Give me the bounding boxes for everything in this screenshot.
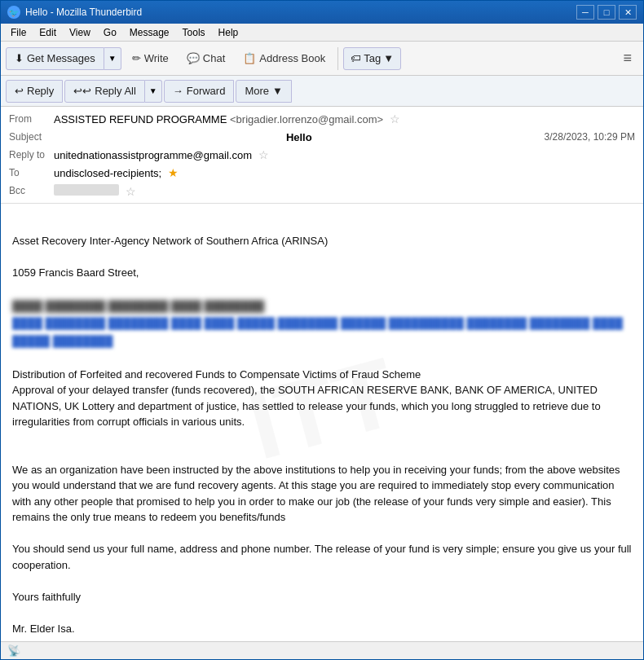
body-blank-2 [12, 280, 632, 297]
from-row: From ASSISTED REFUND PROGRAMME <brigadie… [9, 110, 635, 128]
minimize-button[interactable]: ─ [576, 5, 594, 20]
status-bar: 📡 [1, 641, 643, 659]
to-star-icon[interactable]: ★ [168, 166, 179, 179]
blurred-line-2: ████ ████████ ████████ ████ ████ █████ █… [12, 315, 632, 332]
reply-to-row: Reply to unitednationassistprogramme@gma… [9, 146, 635, 164]
reply-to-label: Reply to [9, 149, 54, 161]
toolbar-separator [337, 47, 338, 70]
window-controls: ─ □ ✕ [576, 5, 637, 20]
main-window: 🐦 Hello - Mozilla Thunderbird ─ □ ✕ File… [0, 0, 644, 660]
email-date: 3/28/2023, 10:29 PM [545, 131, 635, 143]
forward-icon: → [173, 85, 183, 97]
action-bar: ↩ Reply ↩↩ Reply All ▼ → Forward More ▼ [1, 76, 643, 107]
subject-value: Hello [286, 131, 312, 143]
menu-view[interactable]: View [63, 25, 97, 40]
body-approval: Approval of your delayed transfer (funds… [12, 382, 632, 430]
menu-bar: File Edit View Go Message Tools Help [1, 24, 643, 42]
window-title: Hello - Mozilla Thunderbird [25, 7, 142, 18]
write-icon: ✏ [132, 52, 141, 64]
forward-button[interactable]: → Forward [164, 80, 235, 103]
more-group: More ▼ [236, 80, 292, 103]
reply-all-button[interactable]: ↩↩ Reply All [64, 80, 145, 103]
menu-message[interactable]: Message [123, 25, 176, 40]
maximize-button[interactable]: □ [598, 5, 615, 20]
bcc-value: ☆ [54, 184, 635, 198]
tag-label: Tag [364, 52, 381, 64]
reply-all-icon: ↩↩ [73, 85, 91, 97]
body-send-info: You should send us your full name, addre… [12, 541, 632, 573]
reply-all-label: Reply All [95, 85, 136, 97]
bcc-label: Bcc [9, 185, 54, 196]
hamburger-menu-button[interactable]: ≡ [616, 46, 638, 70]
body-signature: Mr. Elder Isa. [12, 621, 632, 637]
email-body[interactable]: ITT Asset Recovery Inter-Agency Network … [1, 204, 643, 641]
menu-go[interactable]: Go [97, 25, 123, 40]
body-blank-6 [12, 526, 632, 542]
main-toolbar: ⬇ Get Messages ▼ ✏ Write 💬 Chat 📋 Addres… [1, 42, 643, 76]
address-book-label: Address Book [259, 52, 325, 64]
body-address: 1059 Francis Baard Street, [12, 265, 632, 281]
body-blank-3 [12, 350, 632, 367]
from-label: From [9, 113, 54, 125]
address-book-icon: 📋 [243, 52, 256, 64]
to-value: undisclosed-recipients; ★ [54, 166, 635, 179]
chat-label: Chat [203, 52, 225, 64]
bcc-star-icon[interactable]: ☆ [126, 185, 136, 198]
bcc-row: Bcc ☆ [9, 182, 635, 200]
write-label: Write [144, 52, 169, 64]
body-yours: Yours faithfully [12, 589, 632, 605]
email-body-content: Asset Recovery Inter-Agency Network of S… [12, 217, 632, 636]
body-blank-4 [12, 430, 632, 447]
forward-group: → Forward [164, 80, 235, 103]
menu-file[interactable]: File [4, 25, 33, 40]
get-messages-dropdown[interactable]: ▼ [104, 47, 121, 70]
title-bar-left: 🐦 Hello - Mozilla Thunderbird [7, 6, 142, 19]
menu-help[interactable]: Help [212, 25, 245, 40]
get-messages-label: Get Messages [27, 52, 95, 64]
email-headers: From ASSISTED REFUND PROGRAMME <brigadie… [1, 107, 643, 204]
blurred-line-3: █████ ████████ [12, 333, 632, 350]
reply-all-dropdown[interactable]: ▼ [145, 80, 162, 103]
menu-edit[interactable]: Edit [33, 25, 63, 40]
reply-button[interactable]: ↩ Reply [6, 80, 63, 103]
tag-group: 🏷 Tag ▼ [343, 47, 401, 70]
get-messages-icon: ⬇ [15, 52, 24, 64]
reply-to-value: unitednationassistprogramme@gmail.com ☆ [54, 148, 635, 161]
from-email: <brigadier.lorrenzo@gmail.com> [230, 113, 383, 125]
tag-button[interactable]: 🏷 Tag ▼ [343, 47, 401, 70]
from-value: ASSISTED REFUND PROGRAMME <brigadier.lor… [54, 112, 635, 125]
reply-label: Reply [27, 85, 54, 97]
blurred-line-1: ████ ████████ ████████ ████ ████████ [12, 298, 632, 315]
tag-icon: 🏷 [351, 52, 361, 64]
forward-label: Forward [187, 85, 226, 97]
body-blank-7 [12, 573, 632, 589]
bcc-address [54, 184, 119, 196]
subject-label: Subject [9, 131, 54, 143]
reply-to-star-icon[interactable]: ☆ [258, 148, 269, 161]
to-row: To undisclosed-recipients; ★ [9, 164, 635, 182]
more-button[interactable]: More ▼ [236, 80, 292, 103]
menu-tools[interactable]: Tools [176, 25, 212, 40]
reply-group: ↩ Reply [6, 80, 63, 103]
body-distribution: Distribution of Forfeited and recovered … [12, 367, 632, 383]
address-book-button[interactable]: 📋 Address Book [236, 48, 333, 68]
app-icon: 🐦 [7, 6, 20, 19]
tag-dropdown-icon: ▼ [383, 52, 394, 64]
get-messages-button[interactable]: ⬇ Get Messages [6, 47, 104, 70]
write-button[interactable]: ✏ Write [125, 48, 176, 68]
to-address: undisclosed-recipients; [54, 167, 161, 179]
reply-icon: ↩ [15, 85, 24, 97]
more-label: More [245, 85, 269, 97]
chat-icon: 💬 [187, 52, 200, 64]
from-star-icon[interactable]: ☆ [390, 112, 400, 125]
get-messages-group: ⬇ Get Messages ▼ [6, 47, 121, 70]
chat-button[interactable]: 💬 Chat [179, 48, 232, 68]
body-organization: We as an organization have been instruct… [12, 462, 632, 526]
body-blank-5 [12, 446, 632, 462]
close-button[interactable]: ✕ [619, 5, 637, 20]
to-label: To [9, 167, 54, 178]
reply-all-group: ↩↩ Reply All ▼ [64, 80, 161, 103]
body-org-name: Asset Recovery Inter-Agency Network of S… [12, 233, 632, 249]
subject-row: Subject Hello 3/28/2023, 10:29 PM [9, 128, 635, 146]
body-blank-1 [12, 249, 632, 265]
